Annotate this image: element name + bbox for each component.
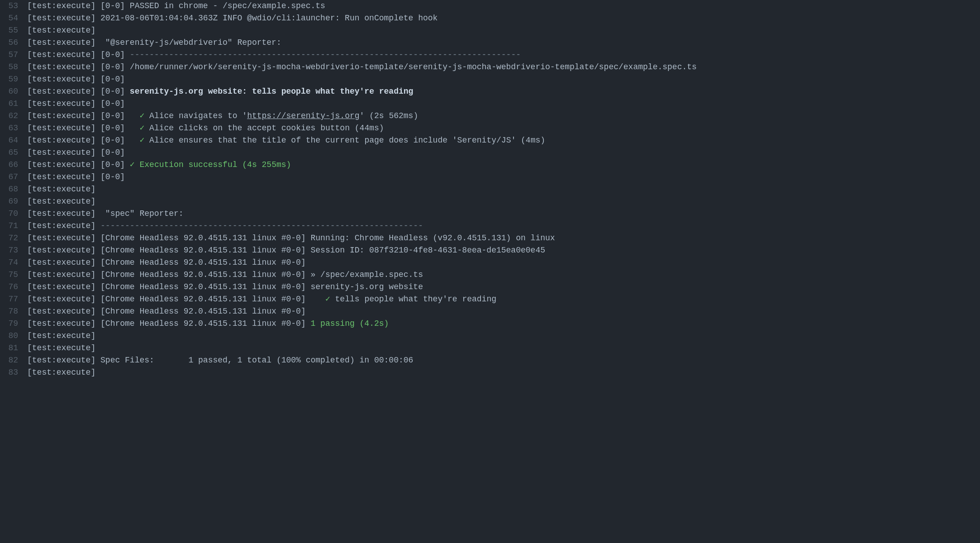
line-number: 78 <box>0 305 27 318</box>
log-line: 75[test:execute] [Chrome Headless 92.0.4… <box>0 269 980 281</box>
line-content: [test:execute] <box>27 195 980 208</box>
log-line: 54[test:execute] 2021-08-06T01:04:04.363… <box>0 12 980 24</box>
log-line: 57[test:execute] [0-0] -----------------… <box>0 49 980 61</box>
line-number: 82 <box>0 354 27 367</box>
line-number: 69 <box>0 195 27 208</box>
log-line: 62[test:execute] [0-0] ✓ Alice navigates… <box>0 110 980 122</box>
line-content: [test:execute] [0-0] <box>27 98 980 110</box>
line-content: [test:execute] [0-0] ✓ Alice ensures tha… <box>27 134 980 147</box>
log-line: 65[test:execute] [0-0] <box>0 147 980 159</box>
line-number: 83 <box>0 367 27 379</box>
line-content: [test:execute] [Chrome Headless 92.0.451… <box>27 293 980 305</box>
line-number: 75 <box>0 269 27 281</box>
line-content: [test:execute] [Chrome Headless 92.0.451… <box>27 244 980 257</box>
line-number: 67 <box>0 171 27 183</box>
line-number: 80 <box>0 330 27 342</box>
line-number: 58 <box>0 61 27 73</box>
log-line: 72[test:execute] [Chrome Headless 92.0.4… <box>0 232 980 244</box>
line-content: [test:execute] [Chrome Headless 92.0.451… <box>27 257 980 269</box>
line-content: [test:execute] [Chrome Headless 92.0.451… <box>27 269 980 281</box>
line-content: [test:execute] <box>27 367 980 379</box>
line-number: 59 <box>0 73 27 86</box>
line-content: [test:execute] [0-0] serenity-js.org web… <box>27 86 980 98</box>
log-line: 58[test:execute] [0-0] /home/runner/work… <box>0 61 980 73</box>
log-line: 71[test:execute] -----------------------… <box>0 220 980 232</box>
line-number: 72 <box>0 232 27 244</box>
line-content: [test:execute] "@serenity-js/webdriverio… <box>27 37 980 49</box>
line-number: 76 <box>0 281 27 293</box>
line-content: [test:execute] [Chrome Headless 92.0.451… <box>27 318 980 330</box>
line-number: 68 <box>0 183 27 195</box>
line-number: 53 <box>0 0 27 12</box>
line-number: 64 <box>0 134 27 147</box>
log-line: 63[test:execute] [0-0] ✓ Alice clicks on… <box>0 122 980 134</box>
log-line: 64[test:execute] [0-0] ✓ Alice ensures t… <box>0 134 980 147</box>
log-line: 74[test:execute] [Chrome Headless 92.0.4… <box>0 257 980 269</box>
log-line: 67[test:execute] [0-0] <box>0 171 980 183</box>
log-line: 83[test:execute] <box>0 367 980 379</box>
line-content: [test:execute] [Chrome Headless 92.0.451… <box>27 232 980 244</box>
line-content: [test:execute] [0-0] <box>27 171 980 183</box>
log-line: 61[test:execute] [0-0] <box>0 98 980 110</box>
line-number: 65 <box>0 147 27 159</box>
line-content: [test:execute] "spec" Reporter: <box>27 208 980 220</box>
log-line: 55[test:execute] <box>0 24 980 37</box>
line-number: 70 <box>0 208 27 220</box>
log-line: 60[test:execute] [0-0] serenity-js.org w… <box>0 86 980 98</box>
log-line: 78[test:execute] [Chrome Headless 92.0.4… <box>0 305 980 318</box>
line-content: [test:execute] [0-0] <box>27 73 980 86</box>
log-line: 69[test:execute] <box>0 195 980 208</box>
log-line: 80[test:execute] <box>0 330 980 342</box>
log-line: 70[test:execute] "spec" Reporter: <box>0 208 980 220</box>
line-number: 55 <box>0 24 27 37</box>
log-line: 53[test:execute] [0-0] PASSED in chrome … <box>0 0 980 12</box>
log-line: 66[test:execute] [0-0] ✓ Execution succe… <box>0 159 980 171</box>
line-content: [test:execute] [0-0] ✓ Alice navigates t… <box>27 110 980 122</box>
line-number: 61 <box>0 98 27 110</box>
log-line: 77[test:execute] [Chrome Headless 92.0.4… <box>0 293 980 305</box>
log-line: 73[test:execute] [Chrome Headless 92.0.4… <box>0 244 980 257</box>
line-number: 60 <box>0 86 27 98</box>
line-content: [test:execute] [0-0] ✓ Execution success… <box>27 159 980 171</box>
line-number: 54 <box>0 12 27 24</box>
line-content: [test:execute] [0-0] /home/runner/work/s… <box>27 61 980 73</box>
line-number: 74 <box>0 257 27 269</box>
line-number: 56 <box>0 37 27 49</box>
line-content: [test:execute] [0-0] PASSED in chrome - … <box>27 0 980 12</box>
line-number: 73 <box>0 244 27 257</box>
line-number: 77 <box>0 293 27 305</box>
line-number: 81 <box>0 342 27 354</box>
line-number: 62 <box>0 110 27 122</box>
line-content: [test:execute] [Chrome Headless 92.0.451… <box>27 281 980 293</box>
log-line: 79[test:execute] [Chrome Headless 92.0.4… <box>0 318 980 330</box>
line-number: 57 <box>0 49 27 61</box>
line-content: [test:execute] <box>27 330 980 342</box>
log-output[interactable]: 53[test:execute] [0-0] PASSED in chrome … <box>0 0 980 379</box>
line-content: [test:execute] <box>27 24 980 37</box>
line-content: [test:execute] <box>27 342 980 354</box>
line-content: [test:execute] [0-0] ✓ Alice clicks on t… <box>27 122 980 134</box>
log-line: 81[test:execute] <box>0 342 980 354</box>
line-content: [test:execute] <box>27 183 980 195</box>
line-content: [test:execute] [0-0] -------------------… <box>27 49 980 61</box>
line-number: 79 <box>0 318 27 330</box>
log-line: 76[test:execute] [Chrome Headless 92.0.4… <box>0 281 980 293</box>
line-number: 66 <box>0 159 27 171</box>
line-content: [test:execute] [Chrome Headless 92.0.451… <box>27 305 980 318</box>
line-content: [test:execute] [0-0] <box>27 147 980 159</box>
log-line: 82[test:execute] Spec Files: 1 passed, 1… <box>0 354 980 367</box>
line-content: [test:execute] -------------------------… <box>27 220 980 232</box>
line-number: 63 <box>0 122 27 134</box>
log-line: 68[test:execute] <box>0 183 980 195</box>
log-line: 59[test:execute] [0-0] <box>0 73 980 86</box>
log-line: 56[test:execute] "@serenity-js/webdriver… <box>0 37 980 49</box>
line-number: 71 <box>0 220 27 232</box>
line-content: [test:execute] 2021-08-06T01:04:04.363Z … <box>27 12 980 24</box>
line-content: [test:execute] Spec Files: 1 passed, 1 t… <box>27 354 980 367</box>
